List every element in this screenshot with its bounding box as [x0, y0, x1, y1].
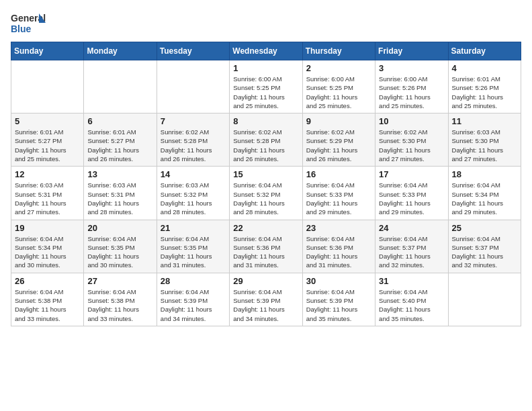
- weekday-header-tuesday: Tuesday: [157, 42, 229, 60]
- calendar-cell: 21Sunrise: 6:04 AM Sunset: 5:35 PM Dayli…: [157, 220, 229, 273]
- day-info: Sunrise: 6:04 AM Sunset: 5:38 PM Dayligh…: [87, 287, 152, 323]
- day-number: 5: [15, 116, 80, 126]
- calendar-week-row: 26Sunrise: 6:04 AM Sunset: 5:38 PM Dayli…: [11, 273, 521, 326]
- header: GeneralBlue: [11, 11, 521, 36]
- day-info: Sunrise: 6:04 AM Sunset: 5:35 PM Dayligh…: [161, 234, 226, 270]
- day-number: 18: [452, 169, 517, 179]
- calendar-cell: 17Sunrise: 6:04 AM Sunset: 5:33 PM Dayli…: [375, 167, 448, 220]
- day-info: Sunrise: 6:04 AM Sunset: 5:36 PM Dayligh…: [306, 234, 371, 270]
- day-info: Sunrise: 6:02 AM Sunset: 5:30 PM Dayligh…: [379, 128, 444, 163]
- day-number: 10: [379, 116, 444, 126]
- day-info: Sunrise: 6:02 AM Sunset: 5:29 PM Dayligh…: [306, 128, 371, 163]
- calendar-cell: [448, 273, 521, 326]
- day-info: Sunrise: 6:02 AM Sunset: 5:28 PM Dayligh…: [233, 128, 298, 163]
- day-info: Sunrise: 6:04 AM Sunset: 5:34 PM Dayligh…: [15, 234, 80, 270]
- calendar-cell: 6Sunrise: 6:01 AM Sunset: 5:27 PM Daylig…: [84, 113, 157, 167]
- logo: GeneralBlue: [11, 11, 48, 36]
- calendar-cell: 11Sunrise: 6:03 AM Sunset: 5:30 PM Dayli…: [448, 113, 521, 167]
- day-number: 30: [306, 276, 371, 286]
- calendar-cell: 10Sunrise: 6:02 AM Sunset: 5:30 PM Dayli…: [375, 113, 448, 167]
- day-info: Sunrise: 6:03 AM Sunset: 5:31 PM Dayligh…: [15, 181, 80, 216]
- calendar-cell: [84, 60, 157, 113]
- day-info: Sunrise: 6:03 AM Sunset: 5:31 PM Dayligh…: [87, 181, 152, 216]
- calendar-cell: 23Sunrise: 6:04 AM Sunset: 5:36 PM Dayli…: [302, 220, 375, 273]
- calendar-cell: 27Sunrise: 6:04 AM Sunset: 5:38 PM Dayli…: [84, 273, 157, 326]
- calendar-cell: 31Sunrise: 6:04 AM Sunset: 5:40 PM Dayli…: [375, 273, 448, 326]
- day-info: Sunrise: 6:04 AM Sunset: 5:40 PM Dayligh…: [379, 287, 444, 323]
- day-info: Sunrise: 6:03 AM Sunset: 5:30 PM Dayligh…: [452, 128, 517, 163]
- day-info: Sunrise: 6:04 AM Sunset: 5:37 PM Dayligh…: [379, 234, 444, 270]
- day-number: 15: [233, 169, 298, 179]
- weekday-header-wednesday: Wednesday: [230, 42, 302, 60]
- day-number: 14: [161, 169, 226, 179]
- calendar-week-row: 19Sunrise: 6:04 AM Sunset: 5:34 PM Dayli…: [11, 220, 521, 273]
- calendar-cell: 13Sunrise: 6:03 AM Sunset: 5:31 PM Dayli…: [84, 167, 157, 220]
- weekday-header-sunday: Sunday: [11, 42, 84, 60]
- day-info: Sunrise: 6:04 AM Sunset: 5:39 PM Dayligh…: [306, 287, 371, 323]
- day-info: Sunrise: 6:04 AM Sunset: 5:39 PM Dayligh…: [161, 287, 226, 323]
- day-info: Sunrise: 6:03 AM Sunset: 5:32 PM Dayligh…: [161, 181, 226, 216]
- day-info: Sunrise: 6:02 AM Sunset: 5:28 PM Dayligh…: [161, 128, 226, 163]
- day-number: 29: [233, 276, 298, 286]
- day-info: Sunrise: 6:04 AM Sunset: 5:34 PM Dayligh…: [452, 181, 517, 216]
- calendar-cell: 12Sunrise: 6:03 AM Sunset: 5:31 PM Dayli…: [11, 167, 84, 220]
- day-info: Sunrise: 6:04 AM Sunset: 5:35 PM Dayligh…: [87, 234, 152, 270]
- calendar-cell: 26Sunrise: 6:04 AM Sunset: 5:38 PM Dayli…: [11, 273, 84, 326]
- calendar-cell: 25Sunrise: 6:04 AM Sunset: 5:37 PM Dayli…: [448, 220, 521, 273]
- day-info: Sunrise: 6:04 AM Sunset: 5:37 PM Dayligh…: [452, 234, 517, 270]
- day-number: 23: [306, 223, 371, 233]
- day-info: Sunrise: 6:01 AM Sunset: 5:27 PM Dayligh…: [87, 128, 152, 163]
- calendar-cell: [157, 60, 229, 113]
- day-number: 25: [452, 223, 517, 233]
- calendar-cell: 18Sunrise: 6:04 AM Sunset: 5:34 PM Dayli…: [448, 167, 521, 220]
- day-info: Sunrise: 6:04 AM Sunset: 5:32 PM Dayligh…: [233, 181, 298, 216]
- day-number: 27: [87, 276, 152, 286]
- calendar-cell: 3Sunrise: 6:00 AM Sunset: 5:26 PM Daylig…: [375, 60, 448, 113]
- calendar-cell: 20Sunrise: 6:04 AM Sunset: 5:35 PM Dayli…: [84, 220, 157, 273]
- day-number: 24: [379, 223, 444, 233]
- day-number: 8: [233, 116, 298, 126]
- calendar-table: SundayMondayTuesdayWednesdayThursdayFrid…: [11, 42, 521, 326]
- weekday-header-friday: Friday: [375, 42, 448, 60]
- calendar-cell: 4Sunrise: 6:01 AM Sunset: 5:26 PM Daylig…: [448, 60, 521, 113]
- svg-text:Blue: Blue: [11, 24, 32, 34]
- day-number: 3: [379, 63, 444, 73]
- day-number: 21: [161, 223, 226, 233]
- day-number: 6: [87, 116, 152, 126]
- day-number: 26: [15, 276, 80, 286]
- calendar-cell: 9Sunrise: 6:02 AM Sunset: 5:29 PM Daylig…: [302, 113, 375, 167]
- calendar-cell: 19Sunrise: 6:04 AM Sunset: 5:34 PM Dayli…: [11, 220, 84, 273]
- weekday-header-saturday: Saturday: [448, 42, 521, 60]
- calendar-week-row: 5Sunrise: 6:01 AM Sunset: 5:27 PM Daylig…: [11, 113, 521, 167]
- calendar-cell: 22Sunrise: 6:04 AM Sunset: 5:36 PM Dayli…: [230, 220, 302, 273]
- day-info: Sunrise: 6:04 AM Sunset: 5:39 PM Dayligh…: [233, 287, 298, 323]
- day-info: Sunrise: 6:01 AM Sunset: 5:26 PM Dayligh…: [452, 75, 517, 110]
- calendar-header-row: SundayMondayTuesdayWednesdayThursdayFrid…: [11, 42, 521, 60]
- calendar-cell: 1Sunrise: 6:00 AM Sunset: 5:25 PM Daylig…: [230, 60, 302, 113]
- weekday-header-monday: Monday: [84, 42, 157, 60]
- calendar-week-row: 12Sunrise: 6:03 AM Sunset: 5:31 PM Dayli…: [11, 167, 521, 220]
- weekday-header-thursday: Thursday: [302, 42, 375, 60]
- day-number: 1: [233, 63, 298, 73]
- generalblue-logo-icon: GeneralBlue: [11, 11, 48, 36]
- calendar-cell: [11, 60, 84, 113]
- calendar-cell: 30Sunrise: 6:04 AM Sunset: 5:39 PM Dayli…: [302, 273, 375, 326]
- day-number: 4: [452, 63, 517, 73]
- day-number: 19: [15, 223, 80, 233]
- calendar-cell: 28Sunrise: 6:04 AM Sunset: 5:39 PM Dayli…: [157, 273, 229, 326]
- day-number: 17: [379, 169, 444, 179]
- calendar-cell: 2Sunrise: 6:00 AM Sunset: 5:25 PM Daylig…: [302, 60, 375, 113]
- day-number: 28: [161, 276, 226, 286]
- day-info: Sunrise: 6:01 AM Sunset: 5:27 PM Dayligh…: [15, 128, 80, 163]
- calendar-cell: 24Sunrise: 6:04 AM Sunset: 5:37 PM Dayli…: [375, 220, 448, 273]
- day-number: 31: [379, 276, 444, 286]
- calendar-cell: 5Sunrise: 6:01 AM Sunset: 5:27 PM Daylig…: [11, 113, 84, 167]
- day-number: 20: [87, 223, 152, 233]
- day-number: 2: [306, 63, 371, 73]
- day-number: 22: [233, 223, 298, 233]
- calendar-cell: 15Sunrise: 6:04 AM Sunset: 5:32 PM Dayli…: [230, 167, 302, 220]
- day-info: Sunrise: 6:04 AM Sunset: 5:33 PM Dayligh…: [306, 181, 371, 216]
- day-number: 13: [87, 169, 152, 179]
- day-info: Sunrise: 6:04 AM Sunset: 5:38 PM Dayligh…: [15, 287, 80, 323]
- day-info: Sunrise: 6:00 AM Sunset: 5:25 PM Dayligh…: [233, 75, 298, 110]
